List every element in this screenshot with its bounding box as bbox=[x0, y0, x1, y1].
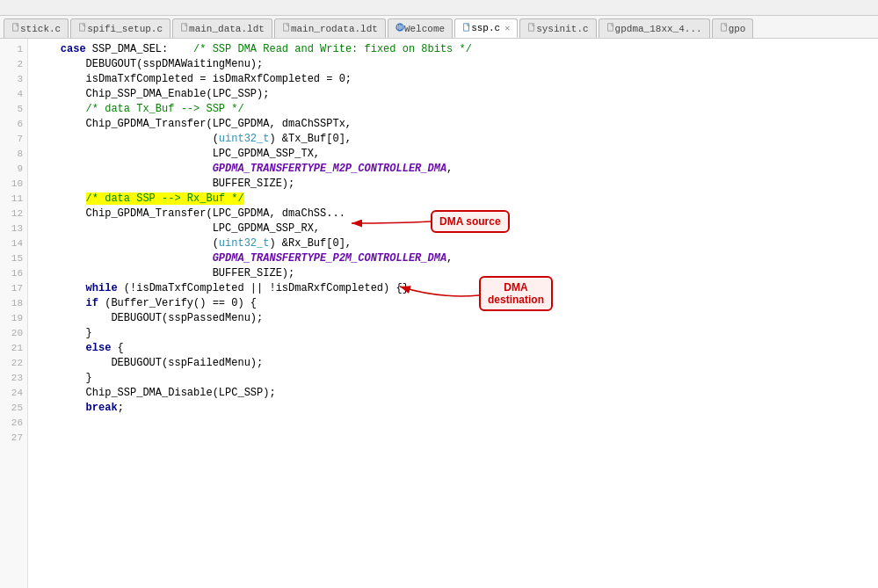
line-number: 13 bbox=[0, 221, 23, 236]
code-line: LPC_GPDMA_SSP_TX, bbox=[35, 147, 871, 162]
code-content[interactable]: case SSP_DMA_SEL: /* SSP DMA Read and Wr… bbox=[28, 39, 878, 588]
line-number: 9 bbox=[0, 162, 23, 177]
svg-rect-2 bbox=[182, 24, 187, 31]
svg-rect-3 bbox=[284, 24, 289, 31]
svg-rect-0 bbox=[13, 24, 18, 31]
line-number: 10 bbox=[0, 177, 23, 192]
code-line: while (!isDmaTxfCompleted || !isDmaRxfCo… bbox=[35, 281, 871, 296]
line-number: 19 bbox=[0, 311, 23, 326]
code-line: isDmaTxfCompleted = isDmaRxfCompleted = … bbox=[35, 72, 871, 87]
tab-icon bbox=[11, 23, 20, 34]
line-number: 27 bbox=[0, 431, 23, 446]
code-line: } bbox=[35, 326, 871, 341]
tab-main-data-ldt[interactable]: main_data.ldt bbox=[172, 18, 272, 38]
line-number: 8 bbox=[0, 147, 23, 162]
code-line: Chip_SSP_DMA_Enable(LPC_SSP); bbox=[35, 87, 871, 102]
line-number: 25 bbox=[0, 401, 23, 416]
code-line: } bbox=[35, 371, 871, 386]
line-number: 2 bbox=[0, 57, 23, 72]
line-number: 5 bbox=[0, 102, 23, 117]
svg-rect-7 bbox=[464, 23, 469, 30]
line-number: 1 bbox=[0, 42, 23, 57]
code-line: case SSP_DMA_SEL: /* SSP DMA Read and Wr… bbox=[35, 42, 871, 57]
tab-label: main_data.ldt bbox=[189, 24, 265, 34]
line-number: 23 bbox=[0, 371, 23, 386]
line-numbers: 1234567891011121314151617181920212223242… bbox=[0, 39, 28, 588]
line-number: 14 bbox=[0, 236, 23, 251]
tab-spifi-setup-c[interactable]: spifi_setup.c bbox=[70, 18, 171, 38]
code-line: Chip_GPDMA_Transfer(LPC_GPDMA, dmaChSSPT… bbox=[35, 117, 871, 132]
svg-rect-10 bbox=[721, 24, 726, 31]
tab-icon bbox=[720, 23, 729, 34]
tab-label: ssp.c bbox=[471, 23, 500, 33]
tab-label: gpdma_18xx_4... bbox=[615, 24, 702, 34]
line-number: 22 bbox=[0, 356, 23, 371]
code-line: GPDMA_TRANSFERTYPE_P2M_CONTROLLER_DMA, bbox=[35, 251, 871, 266]
line-number: 21 bbox=[0, 341, 23, 356]
code-line: /* data SSP --> Rx_Buf */ bbox=[35, 192, 871, 207]
tab-gpo[interactable]: gpo bbox=[712, 18, 754, 38]
code-line: (uint32_t) &Rx_Buf[0], bbox=[35, 236, 871, 251]
line-number: 24 bbox=[0, 386, 23, 401]
tab-icon bbox=[527, 23, 536, 34]
code-line: BUFFER_SIZE); bbox=[35, 266, 871, 281]
tab-icon bbox=[606, 23, 615, 34]
tab-bar: stick.cspifi_setup.cmain_data.ldtmain_ro… bbox=[0, 16, 878, 39]
line-number: 3 bbox=[0, 72, 23, 87]
code-line: DEBUGOUT(sspFailedMenu); bbox=[35, 356, 871, 371]
line-number: 17 bbox=[0, 281, 23, 296]
code-line: else { bbox=[35, 341, 871, 356]
tab-label: stick.c bbox=[20, 24, 61, 34]
svg-rect-9 bbox=[607, 24, 613, 31]
line-number: 15 bbox=[0, 251, 23, 266]
line-number: 12 bbox=[0, 207, 23, 221]
code-line: Chip_SSP_DMA_Disable(LPC_SSP); bbox=[35, 386, 871, 401]
dma-source-annotation: DMA source bbox=[431, 210, 510, 233]
tab-ssp-c[interactable]: ssp.c✕ bbox=[454, 18, 518, 38]
tab-label: Welcome bbox=[404, 24, 445, 34]
title-bar bbox=[0, 0, 878, 16]
tab-label: spifi_setup.c bbox=[87, 24, 163, 34]
code-line: DEBUGOUT(sspDMAWaitingMenu); bbox=[35, 57, 871, 72]
code-line: if (Buffer_Verify() == 0) { bbox=[35, 296, 871, 311]
tab-icon bbox=[282, 23, 291, 34]
tab-sysinit-c[interactable]: sysinit.c bbox=[519, 18, 596, 38]
tab-label: sysinit.c bbox=[536, 24, 588, 34]
tab-label: main_rodata.ldt bbox=[291, 24, 378, 34]
line-number: 18 bbox=[0, 296, 23, 311]
tab-icon bbox=[180, 23, 189, 34]
code-line: /* data Tx_Buf --> SSP */ bbox=[35, 102, 871, 117]
line-number: 4 bbox=[0, 87, 23, 102]
line-number: 6 bbox=[0, 117, 23, 132]
line-number: 11 bbox=[0, 192, 23, 207]
code-line: break; bbox=[35, 401, 871, 416]
tab-stick-c[interactable]: stick.c bbox=[4, 18, 69, 38]
code-line: DEBUGOUT(sspPassedMenu); bbox=[35, 311, 871, 326]
tab-icon bbox=[395, 23, 404, 34]
tab-icon bbox=[78, 23, 87, 34]
dma-destination-annotation: DMA destination bbox=[479, 276, 553, 311]
tab-welcome[interactable]: Welcome bbox=[388, 18, 453, 38]
code-area: 1234567891011121314151617181920212223242… bbox=[0, 39, 878, 588]
tab-gpdma-18xx-4---[interactable]: gpdma_18xx_4... bbox=[599, 18, 710, 38]
code-line: BUFFER_SIZE); bbox=[35, 177, 871, 192]
line-number: 20 bbox=[0, 326, 23, 341]
line-number: 16 bbox=[0, 266, 23, 281]
svg-rect-8 bbox=[529, 24, 534, 31]
tab-main-rodata-ldt[interactable]: main_rodata.ldt bbox=[274, 18, 386, 38]
line-number: 26 bbox=[0, 416, 23, 431]
svg-rect-1 bbox=[80, 24, 85, 31]
code-line: (uint32_t) &Tx_Buf[0], bbox=[35, 132, 871, 147]
tab-icon bbox=[462, 23, 471, 34]
line-number: 7 bbox=[0, 132, 23, 147]
code-line: GPDMA_TRANSFERTYPE_M2P_CONTROLLER_DMA, bbox=[35, 162, 871, 177]
tab-label: gpo bbox=[729, 24, 746, 34]
tab-close-icon[interactable]: ✕ bbox=[504, 23, 510, 33]
